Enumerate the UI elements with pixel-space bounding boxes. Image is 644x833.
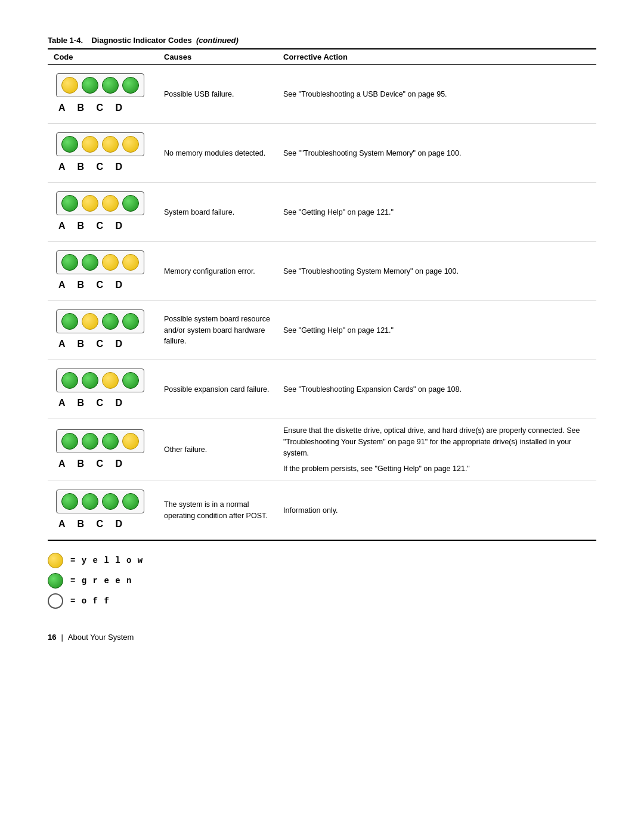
led-2-1 xyxy=(82,195,98,212)
legend-item-green: = g r e e n xyxy=(48,573,596,589)
led-4-0 xyxy=(61,313,78,330)
led-4-2 xyxy=(102,313,119,330)
table-row: A B C DPossible USB failure.See "Trouble… xyxy=(48,65,596,124)
led-1-0 xyxy=(61,136,78,153)
abcd-label-2: A B C D xyxy=(58,219,127,233)
action-cell-6: Ensure that the diskette drive, optical … xyxy=(277,419,596,481)
abcd-label-4: A B C D xyxy=(58,337,127,351)
led-3-1 xyxy=(82,254,98,271)
led-6-1 xyxy=(82,433,98,450)
legend-item-yellow: = y e l l o w xyxy=(48,553,596,568)
legend-item-off: = o f f xyxy=(48,593,596,609)
led-row-6 xyxy=(56,429,144,453)
led-row-3 xyxy=(56,250,144,274)
abcd-label-1: A B C D xyxy=(58,160,127,174)
led-6-2 xyxy=(102,433,119,450)
abcd-label-6: A B C D xyxy=(58,457,127,471)
led-row-2 xyxy=(56,191,144,215)
legend-section: = y e l l o w = g r e e n = o f f xyxy=(48,553,596,609)
led-row-7 xyxy=(56,490,144,513)
legend-label-yellow: = y e l l o w xyxy=(70,556,143,565)
action-cell-7: Information only. xyxy=(277,481,596,541)
code-cell-3: A B C D xyxy=(48,242,158,301)
led-6-3 xyxy=(122,433,139,450)
col-header-action: Corrective Action xyxy=(277,49,596,65)
led-1-3 xyxy=(122,136,139,153)
action-cell-4: See "Getting Help" on page 121." xyxy=(277,301,596,360)
led-row-5 xyxy=(56,368,144,392)
code-cell-0: A B C D xyxy=(48,65,158,124)
led-3-3 xyxy=(122,254,139,271)
led-row-0 xyxy=(56,73,144,97)
table-row: A B C DPossible system board resource an… xyxy=(48,301,596,360)
action-cell-1: See ""Troubleshooting System Memory" on … xyxy=(277,124,596,183)
table-header-row: Code Causes Corrective Action xyxy=(48,49,596,65)
led-2-3 xyxy=(122,195,139,212)
led-0-0 xyxy=(61,77,78,94)
abcd-label-5: A B C D xyxy=(58,396,127,410)
table-title: Table 1-4. Diagnostic Indicator Codes (c… xyxy=(48,36,596,45)
legend-label-green: = g r e e n xyxy=(70,576,132,586)
causes-cell-5: Possible expansion card failure. xyxy=(158,360,277,419)
abcd-label-3: A B C D xyxy=(58,278,127,292)
led-7-3 xyxy=(122,493,139,510)
code-cell-4: A B C D xyxy=(48,301,158,360)
causes-cell-7: The system is in a normal operating cond… xyxy=(158,481,277,541)
col-header-causes: Causes xyxy=(158,49,277,65)
led-4-1 xyxy=(82,313,98,330)
led-2-0 xyxy=(61,195,78,212)
table-title-main: Diagnostic Indicator Codes xyxy=(91,36,191,45)
legend-label-off: = o f f xyxy=(70,596,110,606)
led-5-0 xyxy=(61,372,78,389)
col-header-code: Code xyxy=(48,49,158,65)
code-cell-1: A B C D xyxy=(48,124,158,183)
causes-cell-3: Memory configuration error. xyxy=(158,242,277,301)
code-cell-5: A B C D xyxy=(48,360,158,419)
legend-led-yellow xyxy=(48,553,63,568)
table-title-prefix: Table 1-4. xyxy=(48,36,83,45)
led-0-1 xyxy=(82,77,98,94)
page-content: Table 1-4. Diagnostic Indicator Codes (c… xyxy=(48,36,596,642)
led-1-1 xyxy=(82,136,98,153)
action-cell-0: See "Troubleshooting a USB Device" on pa… xyxy=(277,65,596,124)
led-5-3 xyxy=(122,372,139,389)
action-cell-5: See "Troubleshooting Expansion Cards" on… xyxy=(277,360,596,419)
led-2-2 xyxy=(102,195,119,212)
led-3-2 xyxy=(102,254,119,271)
footer-title: About Your System xyxy=(68,633,134,642)
led-7-0 xyxy=(61,493,78,510)
led-0-3 xyxy=(122,77,139,94)
legend-led-off xyxy=(48,593,63,609)
causes-cell-2: System board failure. xyxy=(158,183,277,242)
legend-led-green xyxy=(48,573,63,589)
table-row: A B C DNo memory modules detected.See ""… xyxy=(48,124,596,183)
page-number: 16 xyxy=(48,633,56,642)
led-5-1 xyxy=(82,372,98,389)
causes-cell-6: Other failure. xyxy=(158,419,277,481)
led-5-2 xyxy=(102,372,119,389)
table-row: A B C DSystem board failure.See "Getting… xyxy=(48,183,596,242)
code-cell-6: A B C D xyxy=(48,419,158,481)
causes-cell-0: Possible USB failure. xyxy=(158,65,277,124)
page-footer: 16 | About Your System xyxy=(48,633,596,642)
code-cell-7: A B C D xyxy=(48,481,158,541)
causes-cell-4: Possible system board resource and/or sy… xyxy=(158,301,277,360)
led-0-2 xyxy=(102,77,119,94)
led-3-0 xyxy=(61,254,78,271)
table-row: A B C DThe system is in a normal operati… xyxy=(48,481,596,541)
led-6-0 xyxy=(61,433,78,450)
table-row: A B C DOther failure.Ensure that the dis… xyxy=(48,419,596,481)
abcd-label-7: A B C D xyxy=(58,517,127,531)
table-row: A B C DPossible expansion card failure.S… xyxy=(48,360,596,419)
led-row-4 xyxy=(56,309,144,333)
causes-cell-1: No memory modules detected. xyxy=(158,124,277,183)
footer-separator: | xyxy=(61,633,63,642)
action-cell-3: See "Troubleshooting System Memory" on p… xyxy=(277,242,596,301)
table-title-italic: (continued) xyxy=(196,36,239,45)
action-cell-2: See "Getting Help" on page 121." xyxy=(277,183,596,242)
led-row-1 xyxy=(56,132,144,156)
code-cell-2: A B C D xyxy=(48,183,158,242)
diagnostic-table: Code Causes Corrective Action A B C DPos… xyxy=(48,48,596,541)
table-row: A B C DMemory configuration error.See "T… xyxy=(48,242,596,301)
abcd-label-0: A B C D xyxy=(58,101,127,115)
